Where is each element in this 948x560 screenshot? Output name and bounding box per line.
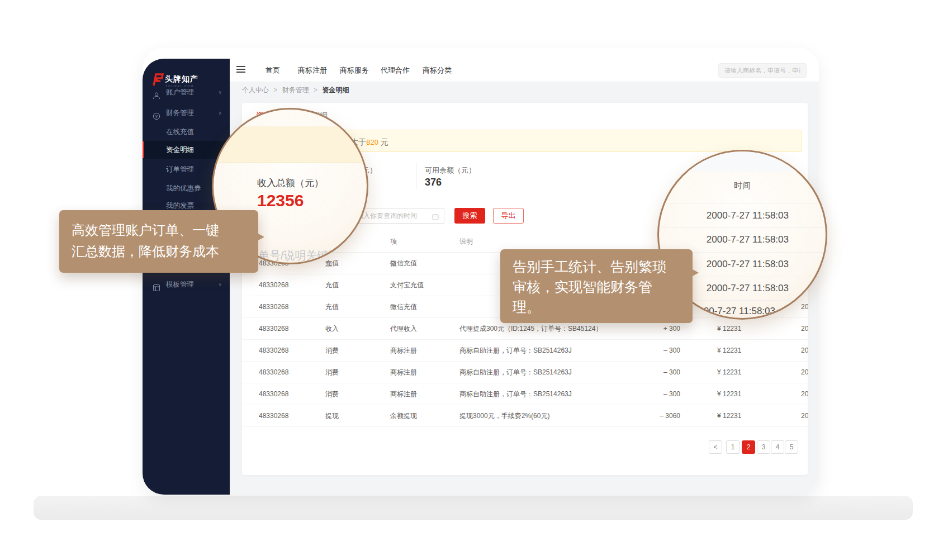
finance-icon	[153, 109, 160, 117]
pagination-page-5[interactable]: 5	[785, 440, 798, 454]
pagination-page-4[interactable]: 4	[771, 440, 784, 454]
chevron-down-icon: ∨	[218, 83, 222, 101]
breadcrumb-part[interactable]: 财务管理	[282, 86, 309, 94]
chevron-up-icon: ∧	[218, 104, 222, 122]
magnified-time-value: 2000-7-27 11:58:03	[707, 283, 789, 294]
magnified-time-value: 2000-7-27 11:58:03	[707, 210, 789, 221]
magnified-time-header: 时间	[659, 181, 826, 191]
pagination-prev[interactable]: <	[709, 440, 722, 454]
breadcrumb: 个人中心 > 财务管理 > 资金明细	[242, 86, 349, 95]
sidebar-item-label: 财务管理	[166, 104, 194, 122]
callout-left: 高效管理账户订单、一键 汇总数据，降低财务成本	[59, 210, 258, 273]
sidebar-item-label: 账户管理	[166, 83, 194, 101]
sidebar-subitem-recharge[interactable]: 在线充值	[143, 123, 230, 141]
sidebar-item-finance[interactable]: 财务管理 ∧	[143, 104, 230, 122]
sidebar-item-account[interactable]: 账户管理 ∨	[143, 83, 230, 101]
template-icon	[153, 281, 160, 288]
table-row[interactable]: 48330268消费商标注册商标自助注册，订单号：SB2514263J– 300…	[242, 383, 808, 405]
magnified-time-value: 2000-7-27 11:58:03	[707, 234, 789, 245]
table-row[interactable]: 48330268提现余额提现提现3000元，手续费2%(60元)– 3060¥ …	[242, 405, 808, 427]
trademark-search-input[interactable]	[718, 63, 807, 78]
search-button[interactable]: 搜索	[454, 208, 485, 224]
sidebar-subitem-fund-detail[interactable]: 资金明细	[143, 141, 230, 159]
table-row[interactable]: 48330268消费商标注册商标自助注册，订单号：SB2514263J– 300…	[242, 362, 808, 383]
export-button[interactable]: 导出	[493, 208, 524, 224]
sort-caret-icon: ∨	[392, 230, 397, 253]
nav-agent-cooperation[interactable]: 代理合作	[381, 59, 410, 82]
magnified-income-label: 收入总额（元）	[257, 177, 324, 189]
breadcrumb-current: 资金明细	[322, 86, 349, 94]
menu-icon[interactable]	[236, 66, 245, 74]
stat-balance-label: 可用余额（元）	[425, 165, 476, 175]
stat-balance-value: 376	[425, 177, 442, 188]
topbar: 首页 商标注册 商标服务 代理合作 商标分类	[230, 59, 819, 82]
pagination-page-2-active[interactable]: 2	[742, 440, 755, 454]
magnified-time-value: 2000-7-27 11:58:03	[707, 259, 789, 270]
column-desc: 说明	[459, 230, 473, 253]
magnified-banner-band	[214, 126, 367, 163]
nav-trademark-register[interactable]: 商标注册	[298, 59, 327, 82]
sidebar-item-label: 模板管理	[166, 276, 194, 293]
callout-right: 告别手工统计、告别繁琐 审核，实现智能财务管 理。	[500, 249, 693, 323]
sidebar: 头牌知产 TOUPAI.COM 账户管理 ∨ 财务管理 ∧ 在线充值 资	[143, 59, 230, 495]
nav-trademark-service[interactable]: 商标服务	[340, 59, 369, 82]
laptop-base	[34, 496, 913, 520]
user-icon	[153, 88, 160, 96]
magnified-income-value: 12356	[257, 191, 304, 210]
table-row[interactable]: 48330268消费商标注册商标自助注册，订单号：SB2514263J– 300…	[242, 340, 808, 362]
pagination-page-3[interactable]: 3	[757, 440, 770, 454]
nav-home[interactable]: 首页	[266, 59, 280, 82]
pagination-page-1[interactable]: 1	[726, 440, 740, 454]
sidebar-item-template[interactable]: 模板管理 ∨	[143, 276, 230, 293]
breadcrumb-part[interactable]: 个人中心	[242, 86, 269, 94]
chevron-down-icon: ∨	[218, 276, 222, 293]
page: 头牌知产 TOUPAI.COM 账户管理 ∨ 财务管理 ∧ 在线充值 资	[0, 0, 948, 560]
calendar-icon[interactable]	[432, 212, 439, 222]
nav-trademark-category[interactable]: 商标分类	[423, 59, 452, 82]
